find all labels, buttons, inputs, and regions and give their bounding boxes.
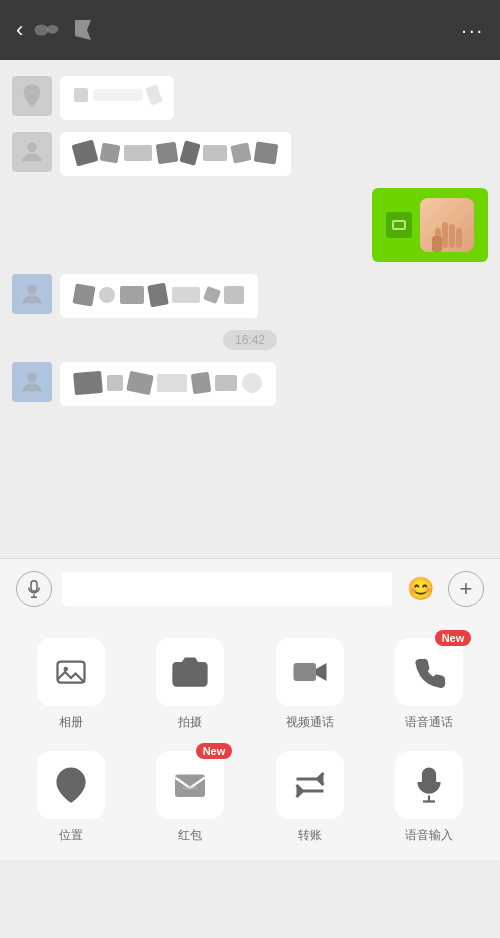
timestamp: 16:42 — [223, 330, 277, 350]
panel-icon-wrap-voice_input — [395, 751, 463, 819]
panel-icon-wrap-location — [37, 751, 105, 819]
more-button[interactable]: ··· — [461, 19, 484, 42]
message-bubble — [60, 76, 174, 120]
logo-icon — [33, 19, 61, 41]
message-input[interactable] — [62, 572, 392, 606]
panel-item-voice_call[interactable]: New语音通话 — [375, 638, 485, 731]
message-bubble — [60, 362, 276, 406]
panel-icon-wrap-video — [276, 638, 344, 706]
emoji-button[interactable]: 😊 — [402, 571, 438, 607]
panel-label-album: 相册 — [59, 714, 83, 731]
avatar — [12, 76, 52, 116]
message-bubble-green — [372, 188, 488, 262]
panel-item-transfer[interactable]: 转账 — [255, 751, 365, 844]
panel-label-transfer: 转账 — [298, 827, 322, 844]
voice-button[interactable] — [16, 571, 52, 607]
avatar — [12, 362, 52, 402]
panel-label-voice_call: 语音通话 — [405, 714, 453, 731]
svg-rect-6 — [456, 228, 462, 248]
panel-item-camera[interactable]: 拍摄 — [136, 638, 246, 731]
flag-icon — [69, 16, 97, 44]
panel-item-hongbao[interactable]: New红包 — [136, 751, 246, 844]
header-icons — [33, 16, 97, 44]
panel-icon-wrap-hongbao: New — [156, 751, 224, 819]
back-button[interactable]: ‹ — [16, 17, 23, 43]
avatar — [12, 274, 52, 314]
svg-point-2 — [27, 143, 36, 152]
avatar — [12, 132, 52, 172]
svg-marker-16 — [316, 663, 327, 681]
message-row — [12, 362, 488, 406]
message-row — [12, 76, 488, 120]
panel-label-camera: 拍摄 — [178, 714, 202, 731]
panel-icon-wrap-voice_call: New — [395, 638, 463, 706]
panel-icon-wrap-camera — [156, 638, 224, 706]
panel-item-voice_input[interactable]: 语音输入 — [375, 751, 485, 844]
svg-rect-15 — [293, 663, 316, 681]
message-row — [12, 274, 488, 318]
svg-rect-4 — [442, 222, 448, 248]
extra-panel: 相册拍摄视频通话New语音通话位置New红包转账语音输入 — [0, 618, 500, 860]
message-row-right — [12, 188, 488, 262]
svg-rect-5 — [449, 224, 455, 248]
svg-point-8 — [27, 285, 36, 294]
panel-label-hongbao: 红包 — [178, 827, 202, 844]
panel-item-video[interactable]: 视频通话 — [255, 638, 365, 731]
timestamp-wrap: 16:42 — [12, 330, 488, 350]
svg-point-9 — [27, 373, 36, 382]
svg-point-17 — [66, 778, 75, 787]
panel-icon-wrap-transfer — [276, 751, 344, 819]
svg-point-0 — [35, 24, 49, 35]
new-badge: New — [435, 630, 472, 646]
panel-label-voice_input: 语音输入 — [405, 827, 453, 844]
panel-label-location: 位置 — [59, 827, 83, 844]
plus-button[interactable]: + — [448, 571, 484, 607]
new-badge: New — [196, 743, 233, 759]
svg-rect-7 — [432, 236, 442, 252]
panel-item-location[interactable]: 位置 — [16, 751, 126, 844]
message-bubble — [60, 132, 291, 176]
chat-area: 16:42 — [0, 60, 500, 558]
message-row — [12, 132, 488, 176]
input-area: 😊 + — [0, 558, 500, 618]
svg-rect-19 — [183, 787, 198, 790]
panel-icon-wrap-album — [37, 638, 105, 706]
panel-label-video: 视频通话 — [286, 714, 334, 731]
header: ‹ ··· — [0, 0, 500, 60]
svg-point-1 — [47, 25, 58, 33]
panel-item-album[interactable]: 相册 — [16, 638, 126, 731]
svg-rect-18 — [175, 775, 205, 798]
svg-point-14 — [184, 668, 196, 680]
message-bubble — [60, 274, 258, 318]
svg-point-13 — [63, 667, 68, 672]
